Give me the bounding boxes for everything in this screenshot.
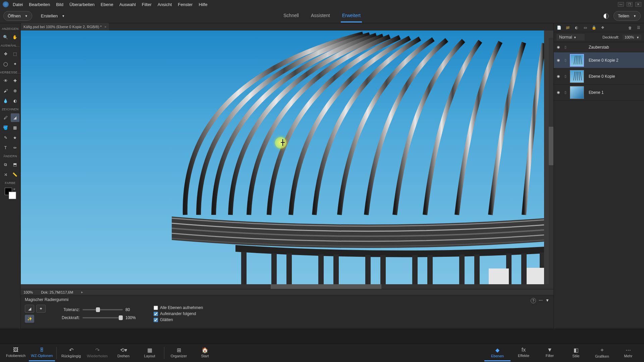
pencil-tool[interactable]: ✏ [11,143,19,152]
link-layers-icon[interactable]: ❖ [600,25,605,30]
move-tool[interactable]: ✥ [1,50,10,58]
lock-layer-icon[interactable]: 🔒 [591,25,597,30]
nav-home[interactable]: 🏠Start [192,345,218,361]
minimize-button[interactable]: — [618,2,624,7]
visibility-toggle-icon[interactable]: ◉ [556,45,561,49]
lock-icon[interactable]: ▯ [563,58,568,62]
visibility-toggle-icon[interactable]: ◉ [556,74,561,78]
contiguous-checkbox[interactable]: Aufeinander folgend [154,311,203,316]
panel-menu-icon[interactable]: ☰ [636,25,641,30]
nav-layers[interactable]: ◆Ebenen [484,345,511,361]
slider-handle[interactable] [96,307,100,312]
nav-styles[interactable]: ◧Stile [563,345,589,361]
new-layer-icon[interactable]: 📄 [556,25,562,30]
maximize-button[interactable]: ❐ [627,2,633,7]
nav-graphics[interactable]: ＋Grafiken [589,345,615,361]
lock-icon[interactable]: ▯ [563,90,568,94]
menu-file[interactable]: Datei [13,2,23,7]
menu-layer[interactable]: Ebene [101,2,113,7]
swap-colors-icon[interactable]: ⤭ [13,188,15,191]
sponge-tool[interactable]: ◐ [11,97,19,105]
menu-view[interactable]: Ansicht [158,2,172,7]
nav-layout[interactable]: ▦Layout [137,345,163,361]
menu-enhance[interactable]: Überarbeiten [69,2,95,7]
layer-row[interactable]: ◉ ▯ Zauberstab [554,42,644,52]
nav-organizer[interactable]: ⊞Organizer [166,345,192,361]
crop-tool[interactable]: ⧉ [1,160,10,169]
all-layers-checkbox[interactable]: Alle Ebenen aufnehmen [154,305,203,310]
visibility-toggle-icon[interactable]: ◉ [556,58,561,62]
layer-opacity-value[interactable]: 100% ▼ [623,35,641,40]
menu-select[interactable]: Auswahl [119,2,136,7]
lock-icon[interactable]: ▯ [563,74,568,78]
delete-layer-icon[interactable]: 🗑 [627,25,633,30]
menu-filter[interactable]: Filter [142,2,152,7]
tolerance-slider[interactable] [83,309,123,310]
spot-heal-tool[interactable]: ✚ [11,76,19,85]
text-tool[interactable]: T [1,143,10,152]
redeye-tool[interactable]: 👁 [1,76,10,85]
adjustment-layer-icon[interactable]: ◐ [574,25,579,30]
blur-tool[interactable]: 💧 [1,97,10,105]
lasso-tool[interactable]: ◯ [1,60,10,68]
color-swatches[interactable]: ⤭ [5,188,16,199]
menu-window[interactable]: Fenster [178,2,193,7]
nav-undo[interactable]: ↶Rückgängig [58,345,84,361]
nav-effects[interactable]: fxEffekte [511,345,537,361]
help-icon[interactable]: ? [531,298,536,303]
eraser-tool[interactable]: ◢ [11,113,19,122]
more-options-icon[interactable]: ⋯ [539,298,543,303]
layer-group-icon[interactable]: 📁 [565,25,571,30]
shape-tool[interactable]: ★ [11,133,19,142]
share-button[interactable]: Teilen ▼ [613,11,641,21]
eyedropper-tool[interactable]: ✎ [1,133,10,142]
status-caret-icon[interactable]: ▸ [81,290,83,294]
close-document-icon[interactable]: × [104,25,109,29]
slider-handle[interactable] [119,315,123,320]
nav-filters[interactable]: ▼Filter [537,345,563,361]
collapse-icon[interactable]: ▼ [545,298,549,303]
menu-edit[interactable]: Bearbeiten [29,2,50,7]
layer-row[interactable]: ◉ ▯ Ebene 0 Kopie [554,68,644,84]
eraser-variant-3[interactable]: ✨ [25,315,34,323]
antialias-checkbox[interactable]: Glätten [154,317,203,322]
clone-tool[interactable]: ⊕ [11,86,19,95]
recompose-tool[interactable]: ⬒ [11,160,19,169]
layer-thumbnail[interactable] [570,86,584,99]
content-move-tool[interactable]: ⤭ [1,170,10,179]
layer-row[interactable]: ◉ ▯ Ebene 0 Kopie 2 [554,52,644,68]
layer-thumbnail[interactable] [570,54,584,67]
eraser-variant-1[interactable]: ◢ [25,305,34,313]
straighten-tool[interactable]: 📏 [11,170,19,179]
tab-guided[interactable]: Assistent [310,9,331,22]
opacity-slider[interactable] [83,317,123,318]
smart-brush-tool[interactable]: 🖌 [1,86,10,95]
nav-photo-bin[interactable]: 🖼Fotobereich [3,345,29,361]
blend-mode-select[interactable]: Normal▼ [556,34,585,41]
nav-more[interactable]: ⋯Mehr [615,345,641,361]
nav-rotate[interactable]: ⟲▾Drehen [110,345,137,361]
tab-quick[interactable]: Schnell [282,9,300,22]
tab-expert[interactable]: Erweitert [341,9,362,22]
theme-toggle-icon[interactable] [603,13,609,19]
close-button[interactable]: ✕ [635,2,641,7]
scrollbar-thumb[interactable] [549,127,553,165]
hand-tool[interactable]: ✋ [11,33,19,42]
create-button[interactable]: Erstellen ▼ [37,11,69,20]
scrollbar-thumb[interactable] [271,284,381,289]
document-tab[interactable]: Käfig.psd bei 100% (Ebene 0 Kopie 2, RGB… [21,23,109,31]
zoom-tool[interactable]: 🔍 [1,33,10,42]
brush-tool[interactable]: 🖊 [1,113,10,122]
marquee-tool[interactable]: ⬚ [11,50,19,58]
fill-tool[interactable]: 🪣 [1,123,10,132]
vertical-scrollbar[interactable] [549,38,553,284]
background-color[interactable] [9,192,16,199]
lock-icon[interactable]: ▯ [563,45,568,49]
magic-wand-tool[interactable]: ✦ [11,60,19,68]
nav-redo[interactable]: ↷Wiederholen [84,345,110,361]
gradient-tool[interactable]: ▦ [11,123,19,132]
layer-thumbnail[interactable] [570,70,584,83]
nav-tool-options[interactable]: 🎚WZ-Optionen [29,345,55,361]
eraser-variant-2[interactable]: ✦ [36,305,46,313]
menu-help[interactable]: Hilfe [199,2,207,7]
